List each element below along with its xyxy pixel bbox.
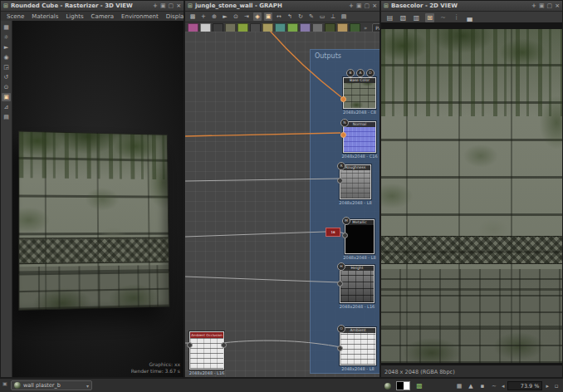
resize-icon[interactable]: ↔ <box>275 12 283 21</box>
maximize-icon[interactable]: ▢ <box>365 2 370 10</box>
fit-view-icon[interactable]: ⇥ <box>242 12 251 21</box>
snap-icon[interactable]: ↰ <box>286 12 294 21</box>
output-connector[interactable] <box>221 342 227 348</box>
3d-view-titlebar[interactable]: ⊞ Rounded Cube - Rasterizer - 3D VIEW +▣… <box>1 1 184 12</box>
pin-icon[interactable]: + <box>349 2 354 10</box>
tiling-grid-icon[interactable]: ▦ <box>455 382 463 390</box>
menu-item-scene[interactable]: Scene <box>7 13 24 20</box>
pin-icon[interactable]: + <box>153 2 158 10</box>
maximize-icon[interactable]: ▢ <box>547 2 553 10</box>
output-usage-badge: A <box>356 69 365 77</box>
background-sphere-icon[interactable] <box>384 383 391 390</box>
refresh-icon[interactable]: ↻ <box>296 12 305 21</box>
filter-curve-icon[interactable]: ~ <box>438 13 448 22</box>
background-checker-icon[interactable]: ▩ <box>415 382 423 390</box>
edit-icon[interactable]: ✎ <box>307 12 316 21</box>
zoom-level-field[interactable]: 73.9 % <box>507 381 542 390</box>
2d-view-window-buttons: +▣▢× <box>531 2 560 10</box>
display-settings-icon[interactable]: ▣ <box>2 93 11 101</box>
export-image-icon[interactable]: ▤ <box>385 13 394 22</box>
pointer-icon[interactable]: ► <box>221 12 229 21</box>
light-icon[interactable]: ☼ <box>2 33 11 42</box>
select-icon[interactable]: ► <box>2 43 11 51</box>
node-resolution-caption: 2048x2048 - C8 <box>333 110 379 115</box>
dock-corner-icon[interactable]: ▣ <box>2 380 7 386</box>
panel-graph: ⊞ jungle_stone_wall - GRAPH +▣▢× ▩+⊕►⊙⇥◈… <box>184 0 380 378</box>
axis-icon[interactable]: ⊿ <box>2 103 11 111</box>
comment-icon[interactable]: ▤ <box>340 12 348 21</box>
graph-titlebar[interactable]: ⊞ jungle_stone_wall - GRAPH +▣▢× <box>185 1 379 12</box>
menu-item-lights[interactable]: Lights <box>66 13 83 20</box>
input-connector[interactable] <box>342 233 348 238</box>
node-resolution-caption: 2048x2048 - L8 <box>333 255 379 260</box>
hbao-filter-node[interactable]: Ambient Occlusion (HBAO) 2048x2048 - L16 <box>189 331 224 370</box>
output-node-roughness[interactable]: R Roughness 2048x2048 - L8 <box>340 164 371 199</box>
2d-view-title: Basecolor - 2D VIEW <box>391 2 458 9</box>
output-node-normal[interactable]: N Normal 2048x2048 - C16 <box>343 121 376 153</box>
node-resolution-caption: 2048x2048 - C16 <box>333 154 379 159</box>
menu-item-display[interactable]: Display <box>166 13 184 20</box>
close-icon[interactable]: × <box>176 2 181 10</box>
background-toggle-icon[interactable]: ▪ <box>478 382 487 390</box>
open-folder-icon[interactable]: ▥ <box>412 13 421 22</box>
2d-view-titlebar[interactable]: ⊞ Basecolor - 2D VIEW +▣▢× <box>381 1 562 12</box>
transform-handle-icon[interactable]: ▲ <box>467 382 475 390</box>
output-node-ambient-occlusion[interactable]: O Ambient Occlusion 2048x2048 - L8 <box>340 327 376 365</box>
moss-vines-overlay <box>19 132 167 179</box>
close-icon[interactable]: × <box>372 2 377 10</box>
snapshot-icon[interactable]: ▫ <box>552 382 561 390</box>
compact-material-icon[interactable]: ▣ <box>264 12 272 21</box>
output-usage-badge: B <box>346 69 355 77</box>
pin-graph-icon[interactable]: ⊥ <box>329 12 337 21</box>
output-type-badge: N <box>340 119 349 127</box>
focus-icon[interactable]: ⊕ <box>210 12 218 21</box>
zoom-out-arrow[interactable]: ◂ <box>502 383 505 390</box>
palette-overflow-chevron[interactable]: » <box>364 25 367 32</box>
graph-canvas[interactable]: Outputs B A D Base Color 2048x204 <box>185 32 379 377</box>
close-icon[interactable]: × <box>555 2 560 10</box>
histogram-icon[interactable]: ▄ <box>465 13 474 22</box>
zoom-in-arrow[interactable]: ▸ <box>546 383 549 390</box>
stats-icon[interactable]: ▤ <box>2 113 11 121</box>
input-connector[interactable] <box>337 281 343 287</box>
2d-texture-canvas[interactable] <box>381 22 562 365</box>
rotate-view-icon[interactable]: ↺ <box>2 73 11 81</box>
output-node-metallic[interactable]: M Metallic 2048x2048 - L8 <box>345 219 375 254</box>
background-bw-swatch[interactable] <box>396 381 410 390</box>
pin-icon[interactable]: + <box>531 2 536 10</box>
output-node-basecolor[interactable]: B A D Base Color 2048x2048 - C8 <box>343 77 376 109</box>
input-connector[interactable] <box>337 345 343 351</box>
output-node-height[interactable]: H Height 2048x2048 - L16 <box>340 265 375 303</box>
frame-nodes-icon[interactable]: ▭ <box>318 12 326 21</box>
float-icon[interactable]: ▣ <box>356 2 362 10</box>
menu-item-materials[interactable]: Materials <box>32 13 58 20</box>
view-mode-icon[interactable]: ▦ <box>2 23 11 32</box>
maximize-icon[interactable]: ▢ <box>169 2 174 10</box>
move-tool-icon[interactable]: + <box>199 12 208 21</box>
select-tool-icon[interactable]: ▩ <box>188 12 197 21</box>
menu-item-environment[interactable]: Environment <box>121 13 159 20</box>
dock-icon: ⊞ <box>384 3 389 9</box>
transform-view-icon[interactable]: ⊞ <box>425 13 434 22</box>
input-connector[interactable] <box>340 96 346 102</box>
collapsed-value-node[interactable]: 16 <box>326 228 340 237</box>
input-connector[interactable] <box>340 132 346 138</box>
output-type-badge: R <box>337 162 345 170</box>
copy-image-icon[interactable]: ▧ <box>399 13 408 22</box>
input-connector[interactable] <box>187 342 193 348</box>
input-connector[interactable] <box>337 178 343 184</box>
camera-icon[interactable]: ◉ <box>2 53 11 61</box>
3d-stone-wall-mesh[interactable] <box>18 131 169 311</box>
float-icon[interactable]: ▣ <box>539 2 545 10</box>
orbit-icon[interactable]: ⊙ <box>2 83 11 91</box>
material-selector-dropdown[interactable]: wall plaster_b ▾ <box>11 380 92 390</box>
3d-view-window-buttons: +▣▢× <box>153 2 181 10</box>
link-mode-icon[interactable]: ◈ <box>253 12 262 21</box>
3d-viewport[interactable]: ▦☼►◉◲↺⊙▣⊿▤ Graphics: xx Render time: 3.6… <box>1 21 184 377</box>
info-icon[interactable]: i <box>452 13 461 22</box>
zoom-tool-icon[interactable]: ⊙ <box>232 12 240 21</box>
float-icon[interactable]: ▣ <box>160 2 166 10</box>
menu-item-camera[interactable]: Camera <box>91 13 114 20</box>
frame-view-icon[interactable]: ◲ <box>2 63 11 71</box>
filter-toggle-icon[interactable]: ~ <box>490 382 498 390</box>
